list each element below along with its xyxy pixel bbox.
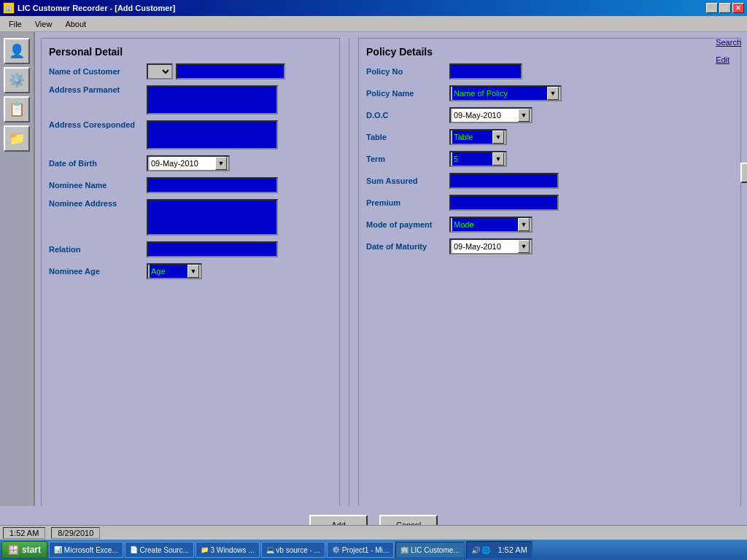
nominee-name-label: Nominee Name — [49, 181, 144, 190]
status-date: 8/29/2010 — [51, 527, 100, 539]
menu-about[interactable]: About — [59, 18, 92, 30]
app-icon: 🏢 — [3, 2, 15, 14]
name-customer-input[interactable] — [176, 63, 285, 79]
policy-detail-section: Policy Details Policy No Policy Name ▼ D… — [358, 38, 741, 516]
term-label: Term — [366, 155, 446, 163]
policy-no-input[interactable] — [449, 63, 522, 79]
doc-dropdown-btn[interactable]: ▼ — [518, 109, 530, 122]
taskbar-item-3[interactable]: 💻 vb source - ... — [261, 542, 325, 558]
mode-payment-dropdown-btn[interactable]: ▼ — [518, 218, 530, 231]
policy-no-row: Policy No — [366, 63, 733, 79]
policy-name-dropdown-btn[interactable]: ▼ — [547, 87, 559, 100]
nominee-address-row: Nominee Address — [49, 199, 332, 236]
edit-link[interactable]: Edit — [716, 55, 741, 64]
date-maturity-dropdown-btn[interactable]: ▼ — [518, 240, 530, 253]
date-maturity-input[interactable] — [452, 240, 518, 253]
address-coresponded-input[interactable] — [147, 120, 278, 149]
relation-row: Relation — [49, 241, 332, 257]
doc-input[interactable] — [452, 109, 518, 122]
date-maturity-label: Date of Maturity — [366, 242, 446, 251]
sum-assured-row: Sum Assured — [366, 173, 733, 189]
browse-photo-button[interactable]: Brows Photo — [740, 163, 747, 183]
table-dropdown-btn[interactable]: ▼ — [492, 131, 504, 144]
policy-name-label: Policy Name — [366, 89, 446, 98]
table-input[interactable] — [452, 131, 492, 144]
nominee-age-row: Nominee Age ▼ — [49, 263, 332, 279]
mode-payment-row: Mode of payment ▼ — [366, 217, 733, 233]
premium-row: Premium — [366, 195, 733, 211]
term-dropdown-btn[interactable]: ▼ — [492, 152, 504, 166]
dob-label: Date of Birth — [49, 159, 144, 168]
start-button[interactable]: 🪟 start — [1, 541, 47, 559]
minimize-button[interactable]: _ — [706, 3, 718, 13]
dob-row: Date of Birth ▼ — [49, 155, 332, 171]
dob-dropdown-btn[interactable]: ▼ — [215, 157, 227, 170]
nominee-name-row: Nominee Name — [49, 177, 332, 193]
taskbar-clock: 1:52 AM — [498, 545, 527, 554]
address-parmanet-label: Address Parmanet — [49, 85, 144, 94]
status-time: 1:52 AM — [3, 527, 45, 539]
nominee-age-dropdown-btn[interactable]: ▼ — [187, 265, 199, 278]
section-divider — [349, 38, 349, 516]
mode-payment-input[interactable] — [452, 218, 518, 231]
premium-label: Premium — [366, 198, 446, 207]
taskbar-item-5[interactable]: 🏢 LIC Custome... — [395, 542, 464, 558]
relation-label: Relation — [49, 245, 144, 254]
sidebar: 👤 ⚙️ 📋 📁 — [0, 32, 35, 521]
taskbar-item-2[interactable]: 📁 3 Windows ... — [196, 542, 260, 558]
title-bar: 🏢 LIC Customer Recorder - [Add Customer]… — [0, 0, 747, 16]
name-customer-label: Name of Customer — [49, 67, 144, 76]
main-content: Personal Detail Name of Customer Mr Mrs … — [35, 32, 747, 522]
address-coresponded-row: Address Coresponded — [49, 120, 332, 149]
restore-button[interactable]: □ — [719, 3, 731, 13]
policy-name-input[interactable] — [452, 87, 547, 100]
taskbar-tray: 🔊 🌐 1:52 AM — [466, 541, 533, 559]
relation-input[interactable] — [147, 241, 278, 257]
menu-view[interactable]: View — [29, 18, 58, 30]
address-coresponded-label: Address Coresponded — [49, 120, 144, 129]
address-parmanet-input[interactable] — [147, 85, 278, 114]
policy-detail-title: Policy Details — [366, 46, 733, 58]
address-parmanet-row: Address Parmanet — [49, 85, 332, 114]
search-link[interactable]: Search — [716, 38, 741, 47]
table-label: Table — [366, 133, 446, 141]
sidebar-btn-1[interactable]: 👤 — [4, 38, 30, 64]
table-row: Table ▼ — [366, 129, 733, 145]
menu-bar: File View About — [0, 16, 747, 32]
doc-row: D.O.C ▼ — [366, 107, 733, 123]
taskbar: 🪟 start 📊 Microsoft Exce... 📄 Create Sou… — [0, 540, 747, 560]
menu-file[interactable]: File — [3, 18, 28, 30]
start-icon: 🪟 — [8, 545, 19, 555]
close-button[interactable]: ✕ — [732, 3, 744, 13]
personal-detail-title: Personal Detail — [49, 46, 332, 58]
term-input[interactable] — [452, 152, 492, 166]
name-customer-row: Name of Customer Mr Mrs — [49, 63, 332, 79]
premium-input[interactable] — [449, 195, 559, 211]
right-panel: Search Edit — [716, 38, 741, 64]
window-title: LIC Customer Recorder - [Add Customer] — [18, 4, 175, 12]
policy-name-row: Policy Name ▼ — [366, 85, 733, 101]
name-prefix-select[interactable]: Mr Mrs — [147, 63, 173, 79]
status-bar: 1:52 AM 8/29/2010 — [0, 525, 747, 540]
nominee-age-input[interactable] — [150, 265, 187, 278]
title-bar-buttons: _ □ ✕ — [706, 3, 744, 13]
sidebar-btn-2[interactable]: ⚙️ — [4, 67, 30, 93]
sum-assured-label: Sum Assured — [366, 176, 446, 185]
sidebar-btn-4[interactable]: 📁 — [4, 125, 30, 152]
taskbar-item-1[interactable]: 📄 Create Sourc... — [125, 542, 194, 558]
nominee-address-input[interactable] — [147, 199, 278, 236]
nominee-name-input[interactable] — [147, 177, 278, 193]
nominee-address-label: Nominee Address — [49, 199, 144, 208]
dob-input[interactable] — [150, 157, 215, 170]
sum-assured-input[interactable] — [449, 173, 559, 189]
nominee-age-label: Nominee Age — [49, 267, 144, 276]
mode-payment-label: Mode of payment — [366, 220, 446, 229]
taskbar-item-0[interactable]: 📊 Microsoft Exce... — [49, 542, 123, 558]
date-maturity-row: Date of Maturity ▼ — [366, 238, 733, 254]
tray-icons: 🔊 🌐 — [471, 546, 491, 554]
sidebar-btn-3[interactable]: 📋 — [4, 96, 30, 122]
taskbar-item-4[interactable]: ⚙️ Project1 - Mi... — [327, 542, 394, 558]
term-row: Term ▼ — [366, 151, 733, 167]
personal-detail-section: Personal Detail Name of Customer Mr Mrs … — [41, 38, 340, 516]
doc-label: D.O.C — [366, 111, 446, 120]
